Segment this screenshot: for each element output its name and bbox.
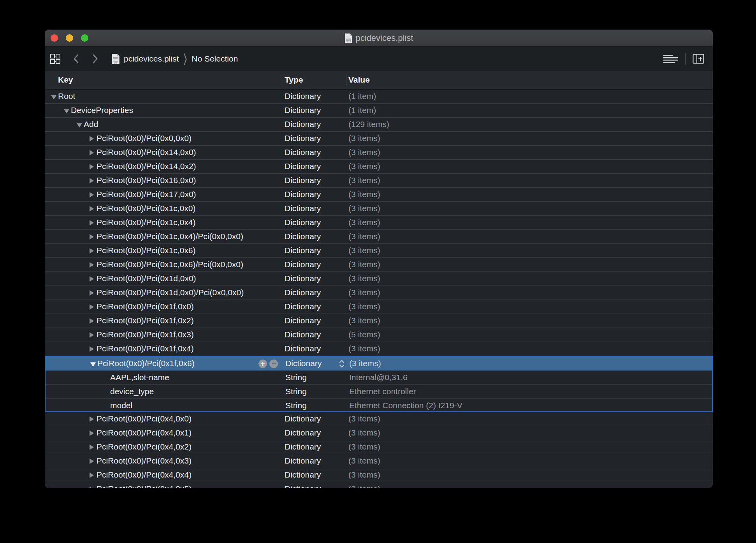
table-row[interactable]: AddDictionary(129 items) [45, 118, 713, 132]
table-row[interactable]: modelStringEthernet Connection (2) I219-… [46, 399, 712, 412]
related-items-button[interactable] [50, 53, 61, 64]
disclosure-right-icon[interactable] [90, 248, 94, 254]
row-type: String [285, 371, 307, 384]
breadcrumb-file[interactable]: pcidevices.plist [124, 54, 179, 63]
disclosure-down-icon[interactable] [77, 123, 82, 127]
disclosure-down-icon[interactable] [51, 95, 56, 99]
row-key: Root [58, 90, 75, 103]
table-row[interactable]: PciRoot(0x0)/Pci(0x1d,0x0)Dictionary(3 i… [45, 272, 713, 286]
table-row[interactable]: PciRoot(0x0)/Pci(0x1f,0x6)+−Dictionary(3… [46, 357, 712, 371]
disclosure-right-icon[interactable] [90, 262, 94, 268]
table-row[interactable]: device_typeStringEthernet controller [46, 385, 712, 399]
row-type: Dictionary [285, 216, 321, 229]
disclosure-right-icon[interactable] [90, 220, 94, 226]
table-row[interactable]: PciRoot(0x0)/Pci(0x1c,0x4)Dictionary(3 i… [45, 216, 713, 230]
disclosure-right-icon[interactable] [90, 487, 94, 488]
forward-button[interactable] [92, 54, 98, 64]
disclosure-right-icon[interactable] [90, 304, 94, 310]
table-row[interactable]: PciRoot(0x0)/Pci(0x1c,0x0)Dictionary(3 i… [45, 202, 713, 216]
row-value: (3 items) [348, 146, 380, 159]
row-type: Dictionary [285, 244, 321, 257]
row-key: PciRoot(0x0)/Pci(0x1c,0x6) [97, 244, 195, 257]
row-value: (3 items) [348, 482, 380, 488]
toolbar: PLIST pcidevices.plist 〉 No Selection [45, 47, 713, 71]
column-divider[interactable] [346, 75, 346, 85]
row-value: (1 item) [348, 104, 376, 117]
table-row[interactable]: PciRoot(0x0)/Pci(0x1f,0x0)Dictionary(3 i… [45, 300, 713, 314]
column-header-value[interactable]: Value [348, 71, 370, 88]
type-stepper-icon[interactable] [339, 360, 345, 368]
disclosure-right-icon[interactable] [90, 318, 94, 324]
disclosure-right-icon[interactable] [90, 192, 94, 197]
disclosure-right-icon[interactable] [90, 332, 94, 338]
back-button[interactable] [73, 54, 79, 64]
remove-item-button[interactable]: − [269, 360, 278, 368]
disclosure-right-icon[interactable] [90, 136, 94, 141]
table-row[interactable]: PciRoot(0x0)/Pci(0x4,0x3)Dictionary(3 it… [45, 454, 713, 468]
row-value: (129 items) [348, 118, 389, 131]
column-header-key[interactable]: Key [58, 71, 73, 88]
table-row[interactable]: PciRoot(0x0)/Pci(0x14,0x0)Dictionary(3 i… [45, 146, 713, 160]
table-row[interactable]: PciRoot(0x0)/Pci(0x0,0x0)Dictionary(3 it… [45, 132, 713, 146]
table-row[interactable]: AAPL,slot-nameStringInternal@0,31,6 [46, 371, 712, 385]
table-row[interactable]: PciRoot(0x0)/Pci(0x4,0x4)Dictionary(3 it… [45, 468, 713, 482]
row-type: Dictionary [285, 146, 321, 159]
column-header-type[interactable]: Type [285, 71, 303, 88]
disclosure-right-icon[interactable] [90, 416, 94, 422]
breadcrumb-separator-icon: 〉 [183, 51, 187, 67]
breadcrumb-selection[interactable]: No Selection [192, 54, 238, 63]
row-type: Dictionary [285, 328, 321, 341]
add-item-button[interactable]: + [258, 360, 267, 368]
plist-document-icon: PLIST [345, 33, 352, 43]
disclosure-right-icon[interactable] [90, 164, 94, 169]
row-value: (3 items) [348, 202, 380, 215]
table-row[interactable]: PciRoot(0x0)/Pci(0x1f,0x2)Dictionary(3 i… [45, 314, 713, 328]
row-type: Dictionary [285, 342, 321, 355]
zoom-button[interactable] [81, 34, 88, 42]
table-row[interactable]: PciRoot(0x0)/Pci(0x1c,0x6)/Pci(0x0,0x0)D… [45, 258, 713, 272]
disclosure-right-icon[interactable] [90, 472, 94, 478]
table-row[interactable]: PciRoot(0x0)/Pci(0x4,0x5)Dictionary(3 it… [45, 482, 713, 488]
table-row[interactable]: PciRoot(0x0)/Pci(0x4,0x0)Dictionary(3 it… [45, 412, 713, 426]
disclosure-down-icon[interactable] [90, 362, 96, 367]
table-row[interactable]: PciRoot(0x0)/Pci(0x1f,0x3)Dictionary(5 i… [45, 328, 713, 342]
table-row[interactable]: PciRoot(0x0)/Pci(0x1c,0x6)Dictionary(3 i… [45, 244, 713, 258]
row-type: String [285, 399, 307, 412]
plist-file-icon: PLIST [111, 53, 120, 64]
title-bar[interactable]: PLIST pcidevices.plist [45, 30, 713, 47]
row-value: Internal@0,31,6 [349, 371, 408, 384]
disclosure-right-icon[interactable] [90, 178, 94, 183]
disclosure-right-icon[interactable] [90, 234, 94, 240]
table-row[interactable]: PciRoot(0x0)/Pci(0x4,0x2)Dictionary(3 it… [45, 440, 713, 454]
table-row[interactable]: PciRoot(0x0)/Pci(0x16,0x0)Dictionary(3 i… [45, 174, 713, 188]
disclosure-right-icon[interactable] [90, 206, 94, 212]
close-button[interactable] [51, 34, 58, 42]
inspector-toggle-button[interactable] [693, 54, 704, 64]
table-row[interactable]: PciRoot(0x0)/Pci(0x1c,0x4)/Pci(0x0,0x0)D… [45, 230, 713, 244]
minimize-button[interactable] [66, 34, 73, 42]
chevron-right-icon [92, 54, 98, 64]
table-row[interactable]: PciRoot(0x0)/Pci(0x4,0x1)Dictionary(3 it… [45, 426, 713, 440]
disclosure-right-icon[interactable] [90, 346, 94, 352]
disclosure-right-icon[interactable] [90, 290, 94, 296]
disclosure-right-icon[interactable] [90, 276, 94, 282]
disclosure-right-icon[interactable] [90, 444, 94, 450]
table-row[interactable]: PciRoot(0x0)/Pci(0x17,0x0)Dictionary(3 i… [45, 188, 713, 202]
editor-list-button[interactable] [663, 54, 678, 64]
row-key: PciRoot(0x0)/Pci(0x4,0x3) [97, 454, 192, 467]
disclosure-right-icon[interactable] [90, 150, 94, 155]
column-divider[interactable] [283, 75, 283, 85]
row-key: PciRoot(0x0)/Pci(0x1d,0x0)/Pci(0x0,0x0) [97, 286, 244, 299]
table-row[interactable]: DevicePropertiesDictionary(1 item) [45, 104, 713, 118]
disclosure-right-icon[interactable] [90, 430, 94, 436]
row-type: Dictionary [285, 357, 322, 370]
table-row[interactable]: RootDictionary(1 item) [45, 90, 713, 104]
table-row[interactable]: PciRoot(0x0)/Pci(0x1d,0x0)/Pci(0x0,0x0)D… [45, 286, 713, 300]
row-key: PciRoot(0x0)/Pci(0x1f,0x4) [97, 342, 194, 355]
disclosure-down-icon[interactable] [64, 109, 69, 113]
disclosure-right-icon[interactable] [90, 458, 94, 464]
table-row[interactable]: PciRoot(0x0)/Pci(0x1f,0x4)Dictionary(3 i… [45, 342, 713, 356]
row-key: PciRoot(0x0)/Pci(0x4,0x1) [97, 426, 192, 439]
row-type: Dictionary [285, 258, 321, 271]
table-row[interactable]: PciRoot(0x0)/Pci(0x14,0x2)Dictionary(3 i… [45, 160, 713, 174]
